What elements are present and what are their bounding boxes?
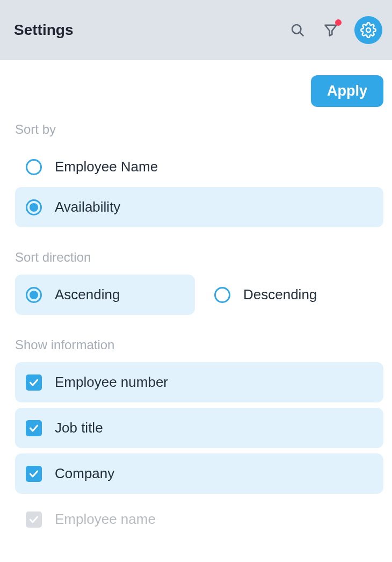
option-label: Descending bbox=[243, 286, 317, 303]
option-label: Availability bbox=[55, 199, 120, 215]
sort-direction-option-ascending[interactable]: Ascending bbox=[15, 275, 195, 315]
header: Settings bbox=[0, 0, 392, 60]
header-icons bbox=[288, 16, 382, 44]
radio-icon bbox=[26, 287, 42, 303]
apply-row: Apply bbox=[15, 75, 383, 107]
checkbox-icon bbox=[26, 511, 42, 528]
option-label: Job title bbox=[55, 420, 103, 436]
sort-direction-group: Ascending Descending bbox=[15, 275, 383, 315]
svg-line-1 bbox=[300, 32, 303, 35]
show-info-option-employee-number[interactable]: Employee number bbox=[15, 362, 383, 402]
show-info-option-employee-name: Employee name bbox=[15, 499, 383, 539]
sort-direction-option-descending[interactable]: Descending bbox=[204, 275, 383, 315]
checkbox-icon bbox=[26, 420, 42, 436]
svg-point-2 bbox=[366, 28, 371, 32]
settings-button[interactable] bbox=[354, 16, 382, 44]
apply-button[interactable]: Apply bbox=[311, 75, 383, 107]
option-label: Employee number bbox=[55, 374, 168, 391]
filter-button[interactable] bbox=[321, 20, 340, 40]
radio-icon bbox=[26, 159, 42, 175]
search-icon bbox=[290, 23, 305, 38]
sort-by-option-availability[interactable]: Availability bbox=[15, 187, 383, 227]
show-info-option-company[interactable]: Company bbox=[15, 453, 383, 494]
option-label: Ascending bbox=[55, 286, 120, 303]
section-label-sort-by: Sort by bbox=[15, 122, 383, 137]
option-label: Employee Name bbox=[55, 158, 158, 175]
checkbox-icon bbox=[26, 374, 42, 391]
section-label-sort-direction: Sort direction bbox=[15, 250, 383, 265]
sort-by-option-employee-name[interactable]: Employee Name bbox=[15, 147, 383, 187]
show-information-group: Employee number Job title Company Employ… bbox=[15, 362, 383, 539]
option-label: Employee name bbox=[55, 511, 156, 528]
filter-indicator-dot bbox=[335, 19, 342, 26]
option-label: Company bbox=[55, 465, 114, 482]
content: Apply Sort by Employee Name Availability… bbox=[0, 60, 392, 539]
show-info-option-job-title[interactable]: Job title bbox=[15, 408, 383, 448]
radio-icon bbox=[26, 199, 42, 215]
sort-by-group: Employee Name Availability bbox=[15, 147, 383, 227]
page-title: Settings bbox=[14, 21, 73, 39]
gear-icon bbox=[360, 22, 376, 38]
search-button[interactable] bbox=[288, 20, 307, 40]
radio-icon bbox=[214, 287, 230, 303]
section-label-show-information: Show information bbox=[15, 337, 383, 352]
checkbox-icon bbox=[26, 466, 42, 482]
